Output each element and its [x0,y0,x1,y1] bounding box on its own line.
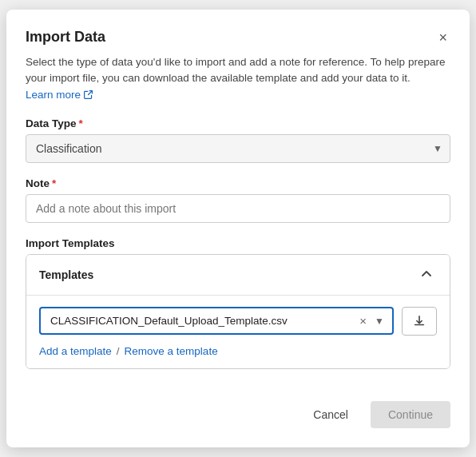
note-label-text: Note [26,177,50,189]
external-link-icon [83,89,93,100]
modal-title: Import Data [26,29,105,46]
close-button[interactable]: × [435,29,450,46]
modal-description: Select the type of data you'd like to im… [26,54,450,103]
template-selected-text: CLASSIFICATION_Default_Upload_Template.c… [50,315,353,327]
modal-header: Import Data × [26,29,450,46]
data-type-label-text: Data Type [26,117,77,129]
import-templates-section: Import Templates Templates CLASSIFICATIO… [26,237,450,369]
template-select-wrapper: CLASSIFICATION_Default_Upload_Template.c… [39,307,394,335]
data-type-select-wrapper: Classification Type 2 Type 3 ▼ [26,134,450,163]
note-required: * [52,177,56,189]
template-clear-button[interactable]: × [358,315,368,327]
modal-footer: Cancel Continue [26,388,450,428]
remove-template-button[interactable]: Remove a template [125,345,218,357]
templates-box: Templates CLASSIFICATION_Default_Upload_… [26,254,450,369]
template-action-separator: / [117,345,120,357]
import-templates-label: Import Templates [26,237,450,249]
description-text: Select the type of data you'd like to im… [26,56,445,84]
template-row: CLASSIFICATION_Default_Upload_Template.c… [39,307,437,336]
data-type-required: * [79,117,83,129]
data-type-label: Data Type * [26,117,450,129]
import-data-modal: Import Data × Select the type of data yo… [6,10,470,447]
templates-header: Templates [26,255,450,296]
template-download-button[interactable] [402,307,437,336]
chevron-up-icon [419,266,434,280]
template-actions: Add a template / Remove a template [39,345,437,357]
download-icon [412,314,426,328]
learn-more-label: Learn more [26,87,81,103]
learn-more-link[interactable]: Learn more [26,87,93,103]
continue-button[interactable]: Continue [371,401,450,428]
note-input[interactable] [26,194,450,223]
data-type-section: Data Type * Classification Type 2 Type 3… [26,117,450,163]
note-section: Note * [26,177,450,223]
data-type-select[interactable]: Classification Type 2 Type 3 [26,134,450,163]
template-dropdown-button[interactable]: ▼ [373,316,386,327]
collapse-templates-button[interactable] [416,264,437,285]
templates-content: CLASSIFICATION_Default_Upload_Template.c… [26,296,450,368]
add-template-button[interactable]: Add a template [39,345,112,357]
note-label: Note * [26,177,450,189]
modal-overlay: Import Data × Select the type of data yo… [0,0,476,457]
templates-title: Templates [39,268,93,281]
cancel-button[interactable]: Cancel [300,402,361,427]
import-templates-label-text: Import Templates [26,237,115,249]
